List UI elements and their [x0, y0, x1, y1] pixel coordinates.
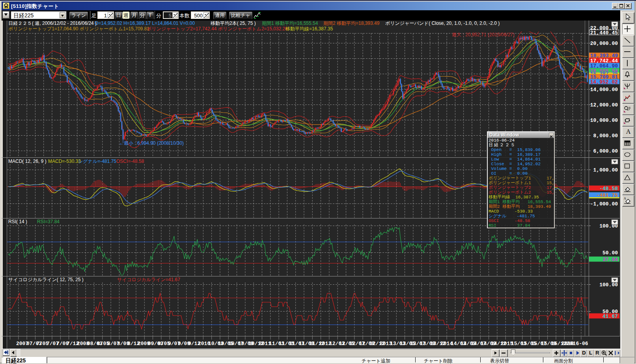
svg-text:シグナル=-481.75: シグナル=-481.75 — [78, 159, 116, 164]
svg-text:RSI=37.84: RSI=37.84 — [37, 219, 60, 224]
svg-text:期間1 移動平均=16,555.54: 期間1 移動平均=16,555.54 — [262, 21, 318, 26]
svg-text:100.00: 100.00 — [599, 282, 618, 288]
svg-text:サイコロジカルライン( 12, 75, 25 ): サイコロジカルライン( 12, 75, 25 ) — [8, 277, 84, 282]
svg-text:10,000.00: 10,000.00 — [590, 118, 618, 123]
svg-text:最大 : 20,952.71 (2015/06/27): 最大 : 20,952.71 (2015/06/27) — [452, 32, 515, 37]
svg-text:8,000.00: 8,000.00 — [593, 133, 618, 139]
svg-text:MACD=-530.33: MACD=-530.33 — [48, 159, 81, 164]
svg-text:1,000.00: 1,000.00 — [593, 167, 618, 173]
svg-text:移動平均2本( 25, 75 ): 移動平均2本( 25, 75 ) — [211, 21, 256, 26]
svg-text:←最小 : 6,994.90 (2008/10/30): ←最小 : 6,994.90 (2008/10/30) — [119, 140, 184, 146]
svg-text:日経２２５( 週, 2006/12/02 - 2016/06: 日経２２５( 週, 2006/12/02 - 2016/06/24 ) — [8, 21, 97, 26]
svg-text:12,000.00: 12,000.00 — [590, 102, 618, 108]
svg-text:50.00: 50.00 — [602, 250, 618, 256]
svg-text:6,000.00: 6,000.00 — [593, 148, 618, 154]
svg-text:20,000.00: 20,000.00 — [590, 41, 618, 47]
svg-text:ボリンジャーバンド( Close, 20, 1.0, -1.: ボリンジャーバンド( Close, 20, 1.0, -1.0, 0, 2.0,… — [385, 21, 500, 26]
svg-text:14,952.02: 14,952.02 — [590, 79, 618, 85]
svg-text:A: A — [624, 197, 626, 200]
svg-text:MACD( 12, 26, 9 ): MACD( 12, 26, 9 ) — [8, 159, 47, 164]
svg-text:O=14,952.02 H=16,389.17 L=14,8: O=14,952.02 H=16,389.17 L=14,864.01 V=0.… — [95, 21, 195, 26]
svg-text:OSCI=-48.58: OSCI=-48.58 — [116, 159, 144, 164]
svg-text:RSI( 14 ): RSI( 14 ) — [8, 219, 27, 224]
svg-text:移動平均線=16,387.35: 移動平均線=16,387.35 — [285, 26, 333, 32]
svg-text:21,440.45: 21,440.45 — [590, 30, 618, 36]
svg-text:41.67: 41.67 — [602, 314, 618, 319]
svg-text:14,000.00: 14,000.00 — [590, 87, 618, 93]
svg-text:-1,000.00: -1,000.00 — [590, 201, 618, 207]
svg-text:ボリンジャートップ2=17,742.44 ボリンジャーボトム: ボリンジャートップ2=17,742.44 ボリンジャーボトム2=15,032.2… — [147, 26, 288, 32]
svg-text:37.84: 37.84 — [602, 257, 618, 263]
svg-text:ボリンジャートップ1=17,064.90 ボリンジャーボトム: ボリンジャートップ1=17,064.90 ボリンジャーボトム1=15,709.8… — [8, 26, 149, 32]
svg-text:期間2 移動平均=18,393.49: 期間2 移動平均=18,393.49 — [323, 21, 380, 26]
svg-text:-48.58: -48.58 — [599, 186, 618, 192]
svg-text:サイコロジカルライン=41.67: サイコロジカルライン=41.67 — [117, 277, 180, 282]
